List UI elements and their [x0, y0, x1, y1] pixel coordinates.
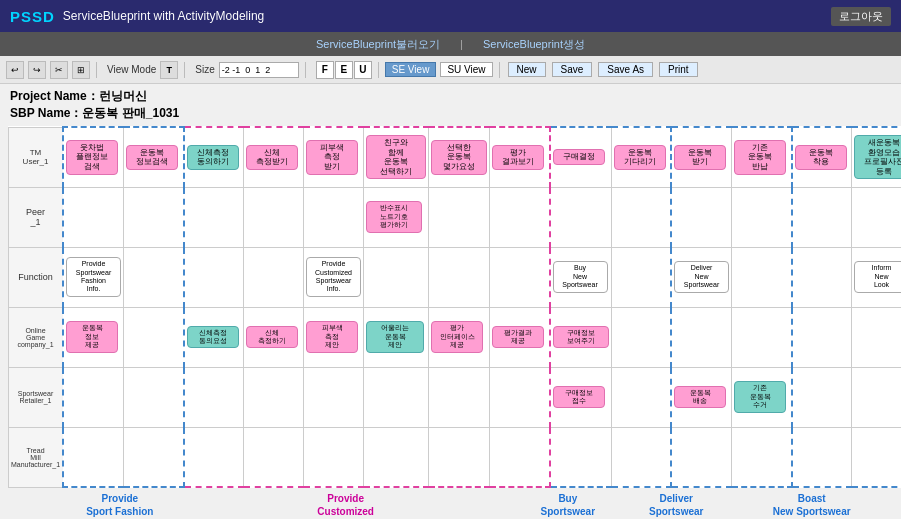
card-og-c4[interactable]: 신체측정하기	[246, 326, 298, 349]
cell-fn-c5: ProvideCustomizedSportswearInfo.	[304, 247, 364, 307]
cell-sr-c1	[63, 367, 124, 427]
toolbar-icon-3[interactable]: ✂	[50, 61, 68, 79]
card-tm-c11[interactable]: 운동복받기	[674, 145, 726, 170]
card-tm-c7[interactable]: 선택한운동복몇가요성	[431, 140, 487, 175]
main-canvas: TM User_1 웃차법플랜정보검색 운동복정보검색 신체측정동의하기 신체측…	[0, 124, 901, 519]
cell-fn-c7	[429, 247, 490, 307]
cell-tm-c10: 운동복기다리기	[611, 127, 671, 187]
card-tm-c1[interactable]: 웃차법플랜정보검색	[66, 140, 118, 175]
card-og-c3[interactable]: 신체측정동의요성	[187, 326, 239, 349]
cell-tm-c7: 선택한운동복몇가요성	[429, 127, 490, 187]
cell-sr-c9: 구매정보접수	[550, 367, 612, 427]
view-mode-label: View Mode	[107, 64, 156, 75]
cell-peer-c4	[244, 187, 304, 247]
toolbar-sep-1	[96, 62, 97, 78]
cell-sr-c3	[184, 367, 244, 427]
cell-peer-c1	[63, 187, 124, 247]
toolbar-text-icon[interactable]: T	[160, 61, 178, 79]
cell-fn-c9: BuyNewSportswear	[550, 247, 612, 307]
cell-sr-c4	[244, 367, 304, 427]
row-header-online-game: OnlineGamecompany_1	[9, 307, 64, 367]
card-fn-c5[interactable]: ProvideCustomizedSportswearInfo.	[306, 257, 361, 297]
cell-tm2-c10	[611, 427, 671, 487]
card-tm-c12[interactable]: 기존운동복반납	[734, 140, 786, 175]
cell-fn-c14: InformNewLook	[852, 247, 901, 307]
card-tm-c14[interactable]: 새운동복환영모습프로필사진등록	[854, 135, 901, 179]
card-tm-c3[interactable]: 신체측정동의하기	[187, 145, 239, 170]
card-tm-c6[interactable]: 친구와함께운동복선택하기	[366, 135, 426, 179]
phase-labels: ProvideSport FashionInfo ProvideCustomiz…	[62, 492, 893, 519]
cell-tm-c2: 운동복정보검색	[124, 127, 184, 187]
toolbar-icon-1[interactable]: ↩	[6, 61, 24, 79]
card-sr-c9[interactable]: 구매정보접수	[553, 386, 605, 409]
toolbar-icon-2[interactable]: ↪	[28, 61, 46, 79]
cell-sr-c13	[792, 367, 852, 427]
toolbar-sep-4	[378, 62, 379, 78]
cell-fn-c10	[611, 247, 671, 307]
cell-sr-c5	[304, 367, 364, 427]
cell-sr-c12: 기존운동복수거	[732, 367, 792, 427]
card-tm-c8[interactable]: 평가결과보기	[492, 145, 544, 170]
cell-og-c13	[792, 307, 852, 367]
card-tm-c2[interactable]: 운동복정보검색	[126, 145, 178, 170]
f-button[interactable]: F	[316, 61, 334, 79]
card-tm-c4[interactable]: 신체측정받기	[246, 145, 298, 170]
card-tm-c13[interactable]: 운동복착용	[795, 145, 847, 170]
card-fn-c14[interactable]: InformNewLook	[854, 261, 901, 292]
card-tm-c5[interactable]: 피부색측정받기	[306, 140, 358, 175]
cell-fn-c2	[124, 247, 184, 307]
card-tm-c10[interactable]: 운동복기다리기	[614, 145, 666, 170]
card-fn-c11[interactable]: DeliverNewSportswear	[674, 261, 729, 292]
table-row: Function ProvideSportswearFashionInfo. P…	[9, 247, 902, 307]
cell-fn-c8	[490, 247, 550, 307]
cell-tm2-c13	[792, 427, 852, 487]
cell-og-c7: 평가인터페이스제공	[429, 307, 490, 367]
cell-tm2-c2	[124, 427, 184, 487]
card-sr-c12[interactable]: 기존운동복수거	[734, 381, 786, 412]
u-button[interactable]: U	[354, 61, 372, 79]
cell-og-c3: 신체측정동의요성	[184, 307, 244, 367]
card-fn-c9[interactable]: BuyNewSportswear	[553, 261, 608, 292]
size-label: Size	[195, 64, 214, 75]
su-view-button[interactable]: SU View	[440, 62, 492, 77]
card-og-c6[interactable]: 어울리는운동복제안	[366, 321, 424, 352]
cell-sr-c14	[852, 367, 901, 427]
cell-tm2-c4	[244, 427, 304, 487]
cell-tm2-c14	[852, 427, 901, 487]
card-og-c9[interactable]: 구매정보보여주기	[553, 326, 609, 349]
cell-peer-c9	[550, 187, 612, 247]
se-view-button[interactable]: SE View	[385, 62, 437, 77]
card-og-c5[interactable]: 피부색측정제안	[306, 321, 358, 352]
card-og-c7[interactable]: 평가인터페이스제공	[431, 321, 483, 352]
card-og-c1[interactable]: 운동복정보제공	[66, 321, 118, 352]
cell-tm2-c8	[490, 427, 550, 487]
cell-og-c8: 평가결과제공	[490, 307, 550, 367]
print-button[interactable]: Print	[659, 62, 698, 77]
table-row: TreadMillManufacturer_1	[9, 427, 902, 487]
new-button[interactable]: New	[508, 62, 546, 77]
save-button[interactable]: Save	[552, 62, 593, 77]
cell-sr-c11: 운동복배송	[671, 367, 732, 427]
toolbar-icon-4[interactable]: ⊞	[72, 61, 90, 79]
card-tm-c9[interactable]: 구매결정	[553, 149, 605, 165]
card-peer-c6[interactable]: 반수표시노트기호평가하기	[366, 201, 422, 232]
app-logo: PSSD	[10, 8, 55, 25]
card-og-c8[interactable]: 평가결과제공	[492, 326, 544, 349]
e-button[interactable]: E	[335, 61, 353, 79]
saveas-button[interactable]: Save As	[598, 62, 653, 77]
cell-sr-c8	[490, 367, 550, 427]
phase-label-custom: ProvideCustomizedSportswear Info	[178, 492, 514, 519]
cell-peer-c13	[792, 187, 852, 247]
card-fn-c1[interactable]: ProvideSportswearFashionInfo.	[66, 257, 121, 297]
size-input[interactable]	[219, 62, 299, 78]
logout-button[interactable]: 로그아웃	[831, 7, 891, 26]
blueprint-load-link[interactable]: ServiceBlueprint불러오기	[316, 37, 440, 52]
navbar: ServiceBlueprint불러오기 | ServiceBlueprint생…	[0, 32, 901, 56]
phase-label-deliver: DeliverSportswear	[622, 492, 730, 519]
card-sr-c11[interactable]: 운동복배송	[674, 386, 726, 409]
cell-fn-c4	[244, 247, 304, 307]
cell-og-c11	[671, 307, 732, 367]
blueprint-create-link[interactable]: ServiceBlueprint생성	[483, 37, 585, 52]
toolbar-sep-2	[184, 62, 185, 78]
cell-peer-c5	[304, 187, 364, 247]
